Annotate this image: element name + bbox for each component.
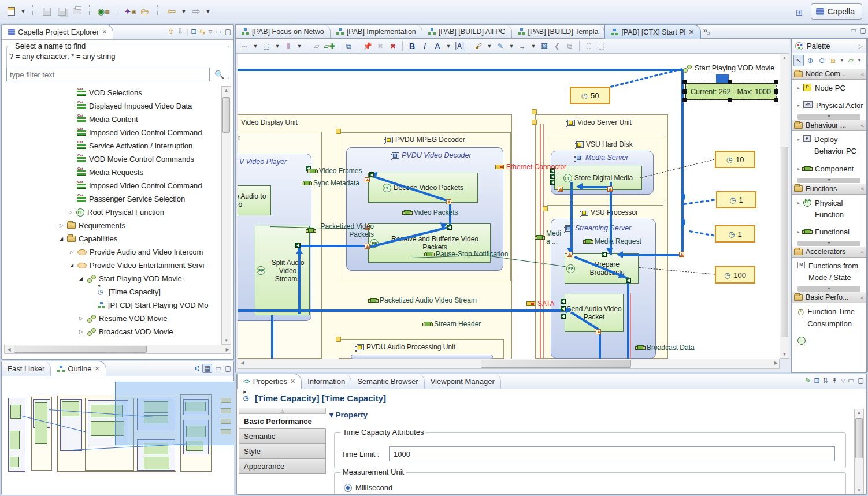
tree-item[interactable]: Imposed Video Control Command bbox=[3, 179, 221, 192]
exchange-label[interactable]: Packetized Audio Video Stream bbox=[369, 296, 477, 304]
port[interactable] bbox=[567, 252, 572, 257]
scroll-right-icon[interactable]: ▶ bbox=[223, 347, 232, 352]
side-tab-basic-performance[interactable]: Basic Performance bbox=[239, 414, 326, 429]
new-wizard-icon[interactable] bbox=[4, 5, 18, 18]
export-wizard-icon[interactable]: 🗁 bbox=[138, 5, 152, 18]
tree-item[interactable]: [PFCD] Start Playing VOD Mo bbox=[3, 299, 221, 312]
capacity-box[interactable]: Current: 262 - Max: 1000 bbox=[685, 83, 776, 100]
exchange-label[interactable]: Video Frames bbox=[309, 167, 362, 175]
chain-edge[interactable] bbox=[681, 69, 684, 256]
drawer-scroll[interactable]: ▼ bbox=[797, 286, 860, 292]
view-menu-icon[interactable]: ▽ bbox=[208, 29, 212, 35]
timer-badge[interactable]: ◷1 bbox=[716, 191, 756, 208]
outline-viewport[interactable] bbox=[115, 382, 234, 445]
scroll-left-icon[interactable]: ◀ bbox=[5, 347, 13, 352]
sort-icon[interactable]: ⇅ bbox=[822, 376, 828, 385]
palette-header[interactable]: Palette ▷ bbox=[792, 39, 866, 53]
layout-icon[interactable]: ⊞ bbox=[814, 376, 819, 385]
pin-icon[interactable]: « bbox=[860, 294, 864, 301]
physical-link-label[interactable]: Ethernet Connector bbox=[495, 163, 566, 171]
exchange-label[interactable]: Packetized Video Packets bbox=[307, 222, 374, 239]
back-dropdown-icon[interactable]: ▼ bbox=[180, 5, 188, 18]
tree-item[interactable]: Passenger Service Selection bbox=[3, 192, 221, 206]
timer-badge[interactable]: ◷50 bbox=[570, 87, 610, 104]
sash-handle[interactable]: △ bbox=[239, 408, 326, 414]
port[interactable] bbox=[550, 174, 555, 179]
maximize-icon[interactable]: ▢ bbox=[225, 364, 231, 372]
scroll-right-icon[interactable]: ▶ bbox=[771, 360, 780, 366]
line-color-icon[interactable]: ✎ bbox=[495, 40, 506, 52]
save-icon[interactable] bbox=[40, 5, 54, 18]
zoom-fit-icon[interactable]: ⛶ bbox=[583, 40, 595, 52]
scroll-down-icon[interactable]: ▼ bbox=[855, 488, 863, 493]
bold-icon[interactable]: B bbox=[406, 40, 418, 52]
new-dropdown-icon[interactable]: ▼ bbox=[19, 5, 27, 18]
edit-icon[interactable]: ▱ bbox=[311, 40, 322, 52]
palette-group-node-components[interactable]: Node Com...« bbox=[792, 68, 866, 80]
close-icon[interactable]: ✕ bbox=[290, 378, 295, 385]
pin-icon[interactable]: « bbox=[860, 122, 864, 129]
tree-item[interactable]: Service Activation / Interruption bbox=[3, 139, 221, 152]
minimize-icon[interactable]: ▭ bbox=[850, 27, 856, 35]
expander-icon[interactable]: ◢ bbox=[78, 276, 84, 281]
forward-icon[interactable]: ⇨ bbox=[189, 5, 203, 18]
palette-group-behaviour[interactable]: Behaviour ...« bbox=[792, 120, 866, 131]
scroll-down-icon[interactable]: ▼ bbox=[780, 352, 789, 357]
chain-edge[interactable] bbox=[599, 330, 601, 359]
palette-item-component[interactable]: ▸Component bbox=[792, 161, 866, 178]
dropdown-icon[interactable]: ▼ bbox=[507, 39, 515, 53]
timer-badge[interactable]: ◷10 bbox=[715, 151, 755, 168]
tree-vertical-scrollbar[interactable]: ▲ ▼ bbox=[221, 86, 231, 345]
port[interactable] bbox=[561, 306, 566, 311]
chain-edge[interactable] bbox=[299, 245, 370, 247]
save-all-icon[interactable] bbox=[55, 5, 69, 18]
tree-item[interactable]: ◢Start Playing VOD Movie bbox=[3, 272, 221, 285]
tab-outline[interactable]: Outline ✕ bbox=[51, 361, 106, 376]
exchange-label[interactable]: Sync Metadata bbox=[303, 179, 359, 187]
select-tool-icon[interactable]: ↖ bbox=[793, 55, 804, 66]
scroll-down-icon[interactable]: ▼ bbox=[222, 338, 231, 343]
pin-icon[interactable]: 📌 bbox=[362, 40, 373, 52]
scroll-up-icon[interactable]: ▲ bbox=[780, 55, 789, 61]
expander-icon[interactable]: ▷ bbox=[78, 316, 84, 321]
close-icon[interactable]: ✕ bbox=[102, 28, 107, 36]
tree-item[interactable]: Displayed Imposed Video Data bbox=[3, 99, 221, 113]
collapse-all-icon[interactable]: ⊟ bbox=[191, 28, 196, 36]
property-section-header[interactable]: ▾ Property bbox=[329, 410, 368, 419]
image-icon[interactable]: 🖼 bbox=[539, 40, 550, 52]
tree-item[interactable]: VOD Selections bbox=[3, 86, 221, 99]
palette-item-functions-from-mode-state[interactable]: MFunctions from Mode / State bbox=[792, 258, 866, 286]
tree-item[interactable]: ◢Provide Video Entertainment Servi bbox=[3, 259, 221, 272]
palette-item-clipped[interactable] bbox=[792, 333, 866, 348]
edit-icon[interactable]: ✎ bbox=[805, 376, 811, 385]
chain-edge[interactable] bbox=[298, 246, 301, 314]
port[interactable] bbox=[550, 180, 555, 185]
font-icon[interactable]: A bbox=[432, 40, 443, 52]
outline-thumbnail[interactable] bbox=[2, 381, 234, 495]
side-tab-style[interactable]: Style bbox=[239, 444, 326, 459]
exchange-label[interactable]: Broadcast Data bbox=[636, 344, 695, 352]
dropdown-icon[interactable]: ▼ bbox=[444, 39, 452, 53]
diagram-canvas[interactable]: Video Display Unit r TV Video Player Syn… bbox=[238, 54, 780, 359]
expander-icon[interactable]: ◢ bbox=[58, 236, 64, 241]
tab-viewpoint-manager[interactable]: Viewpoint Manager bbox=[425, 374, 501, 389]
exchange-label[interactable]: Medi a ... bbox=[536, 229, 562, 246]
scroll-up-icon[interactable]: ▲ bbox=[222, 88, 231, 93]
view-menu-icon[interactable]: ▽ bbox=[841, 378, 845, 383]
dropdown-icon[interactable]: ▼ bbox=[273, 39, 281, 53]
drawer-scroll[interactable]: ▼ bbox=[797, 178, 860, 183]
pin-icon[interactable]: « bbox=[860, 249, 864, 255]
palette-item-deploy-behavior-pc[interactable]: ▸PDeploy Behavior PC bbox=[792, 131, 866, 160]
selection-handle[interactable] bbox=[682, 98, 687, 102]
tree-item[interactable]: Imposed Video Control Command bbox=[3, 126, 221, 139]
tree-item[interactable]: Media Content bbox=[3, 113, 221, 126]
print-icon[interactable] bbox=[70, 5, 84, 18]
expander-icon[interactable]: ▷ bbox=[58, 223, 64, 228]
tab-semantic-browser[interactable]: Semantic Browser bbox=[351, 374, 424, 389]
port[interactable] bbox=[543, 206, 548, 211]
search-wizard-icon[interactable]: ✦▣ bbox=[123, 5, 137, 18]
port[interactable] bbox=[336, 129, 341, 134]
copy-appearance-icon[interactable]: ⧉ bbox=[343, 40, 354, 52]
dropdown-icon[interactable]: ▼ bbox=[251, 39, 259, 53]
copy-layout-icon[interactable]: ⧉ bbox=[564, 40, 576, 52]
